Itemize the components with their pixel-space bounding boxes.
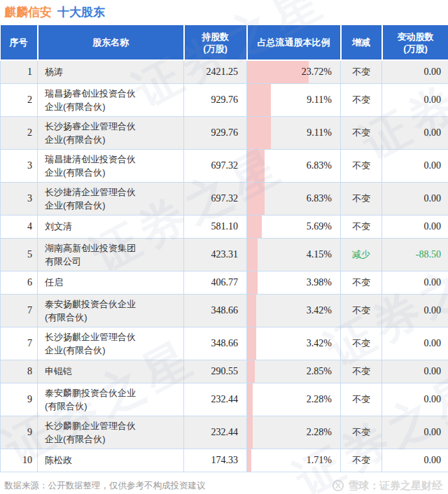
serial-cell: 5 [1,238,38,271]
change-cell: 不变 [341,449,382,472]
name-cell: 申锟铠 [38,360,184,383]
pct-bar [247,117,271,149]
pct-bar [247,61,309,83]
table-row: 2瑞昌扬睿创业投资合伙 企业(有限合伙)929.769.11%不变0.00 [1,83,448,116]
shares-cell: 232.44 [184,416,247,449]
serial-cell: 7 [1,294,38,327]
shares-cell: 929.76 [184,83,247,116]
name-cell: 刘文清 [38,215,184,238]
name-cell: 湖南高新创业投资集团 有限公司 [38,238,184,271]
shares-cell: 2421.25 [184,60,247,83]
pct-cell: 5.69% [247,215,341,238]
shares-cell: 232.44 [184,383,247,416]
shares-cell: 290.55 [184,360,247,383]
name-cell: 长沙捷清企业管理合伙 企业(有限合伙) [38,182,184,215]
change-shares-cell: 0.00 [382,383,448,416]
page: 麒麟信安十大股东 序号股东名称持股数 (万股)占总流通股本比例增减变动股数 (万… [0,0,448,494]
source-note: 数据来源：公开数据整理，仅供参考不构成投资建议 [4,480,206,492]
serial-cell: 7 [1,327,38,360]
name-cell: 长沙扬睿企业管理合伙 企业(有限合伙) [38,116,184,149]
column-header-5: 变动股数 (万股) [382,25,448,60]
pct-bar [247,295,256,327]
table-row: 5湖南高新创业投资集团 有限公司423.314.15%减少-88.50 [1,238,448,271]
pct-bar [247,84,271,116]
change-cell: 不变 [341,360,382,383]
table-row: 8申锟铠290.552.85%不变0.00 [1,360,448,383]
table-body: 1杨涛2421.2523.72%不变0.002瑞昌扬睿创业投资合伙 企业(有限合… [1,60,448,472]
column-header-3: 占总流通股本比例 [247,25,341,60]
change-shares-cell: 0.00 [382,294,448,327]
pct-bar [247,327,256,360]
shareholders-table: 序号股东名称持股数 (万股)占总流通股本比例增减变动股数 (万股) 1杨涛242… [0,25,448,472]
pct-cell: 23.72% [247,60,341,83]
column-header-1: 股东名称 [38,25,184,60]
serial-cell: 2 [1,116,38,149]
pct-bar [247,360,255,383]
pct-value: 9.11% [307,94,332,105]
name-cell: 杨涛 [38,60,184,83]
pct-value: 4.15% [307,249,332,260]
change-cell: 不变 [341,182,382,215]
change-cell: 减少 [341,238,382,271]
shares-cell: 581.10 [184,215,247,238]
pct-value: 3.42% [307,305,332,316]
footer: 数据来源：公开数据整理，仅供参考不构成投资建议 雪球：证券之星财经 [0,472,448,493]
stock-name: 麒麟信安 [4,6,52,19]
name-cell: 任启 [38,271,184,294]
title-suffix: 十大股东 [57,6,105,19]
table-header: 序号股东名称持股数 (万股)占总流通股本比例增减变动股数 (万股) [1,25,448,60]
change-shares-cell: 0.00 [382,449,448,472]
pct-bar [247,271,258,294]
table-row: 4刘文清581.105.69%不变0.00 [1,215,448,238]
change-shares-cell: 0.00 [382,182,448,215]
pct-value: 2.28% [307,394,332,404]
pct-bar [247,216,262,238]
xueqiu-logo-icon [332,479,344,492]
table-row: 6任启406.773.98%不变0.00 [1,271,448,294]
pct-cell: 6.83% [247,149,341,182]
change-cell: 不变 [341,83,382,116]
serial-cell: 2 [1,83,38,116]
change-cell: 不变 [341,383,382,416]
table-row: 7泰安扬麒投资合伙企业 (有限合伙)348.663.42%不变0.00 [1,294,448,327]
change-shares-cell: 0.00 [382,215,448,238]
pct-cell: 4.15% [247,238,341,271]
pct-cell: 3.98% [247,271,341,294]
pct-bar [247,416,253,449]
change-cell: 不变 [341,294,382,327]
pct-value: 6.83% [307,160,332,171]
change-cell: 不变 [341,149,382,182]
change-shares-cell: 0.00 [382,83,448,116]
brand-watermark: 雪球：证券之星财经 [332,479,442,493]
table-row: 1杨涛2421.2523.72%不变0.00 [1,60,448,83]
change-cell: 不变 [341,271,382,294]
pct-cell: 2.85% [247,360,341,383]
page-title: 麒麟信安十大股东 [0,0,448,25]
change-shares-cell: 0.00 [382,149,448,182]
column-header-2: 持股数 (万股) [184,25,247,60]
pct-cell: 9.11% [247,83,341,116]
name-cell: 长沙麟鹏企业管理合伙 企业(有限合伙) [38,416,184,449]
change-shares-cell: 0.00 [382,360,448,383]
serial-cell: 3 [1,149,38,182]
serial-cell: 9 [1,383,38,416]
table-row: 10陈松政174.331.71%不变0.00 [1,449,448,472]
pct-cell: 2.28% [247,383,341,416]
pct-cell: 9.11% [247,116,341,149]
change-shares-cell: 0.00 [382,416,448,449]
pct-bar [247,150,265,182]
pct-cell: 2.28% [247,416,341,449]
change-shares-cell: 0.00 [382,327,448,360]
column-header-0: 序号 [1,25,38,60]
name-cell: 泰安麟鹏投资合伙企业 (有限合伙) [38,383,184,416]
shares-cell: 929.76 [184,116,247,149]
serial-cell: 1 [1,60,38,83]
pct-value: 5.69% [307,221,332,232]
shares-cell: 406.77 [184,271,247,294]
pct-value: 3.98% [307,277,332,288]
header-row: 序号股东名称持股数 (万股)占总流通股本比例增减变动股数 (万股) [1,25,448,60]
change-cell: 不变 [341,116,382,149]
name-cell: 瑞昌扬睿创业投资合伙 企业(有限合伙) [38,83,184,116]
change-shares-cell: -88.50 [382,238,448,271]
change-cell: 不变 [341,327,382,360]
